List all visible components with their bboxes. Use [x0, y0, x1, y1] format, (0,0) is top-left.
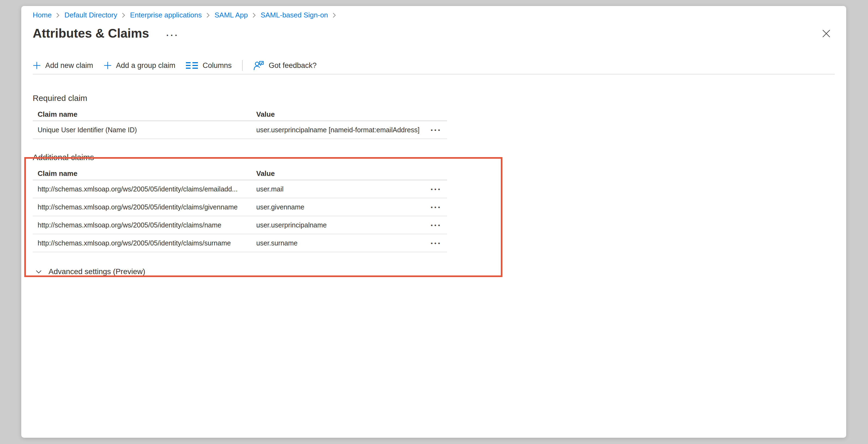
claim-name-cell: http://schemas.xmlsoap.org/ws/2005/05/id… [33, 203, 256, 211]
add-new-claim-button[interactable]: Add new claim [33, 61, 93, 70]
page-title: Attributes & Claims [33, 26, 149, 41]
claim-value-cell: user.mail [256, 185, 425, 193]
value-column-header: Value [256, 110, 425, 119]
columns-button[interactable]: Columns [186, 61, 232, 70]
claim-value-cell: user.givenname [256, 203, 425, 211]
required-claim-heading: Required claim [33, 93, 835, 103]
value-column-header: Value [256, 169, 425, 178]
additional-claims-section: Additional claims Claim name Value http:… [33, 152, 835, 252]
row-more-button[interactable]: ••• [430, 204, 443, 211]
breadcrumb-enterprise-applications[interactable]: Enterprise applications [130, 11, 202, 19]
got-feedback-label: Got feedback? [269, 61, 317, 70]
claim-value-cell: user.surname [256, 239, 425, 247]
row-more-button[interactable]: ••• [430, 126, 443, 134]
chevron-right-icon [332, 12, 336, 19]
columns-icon [186, 61, 198, 69]
feedback-icon [253, 60, 265, 71]
add-new-claim-label: Add new claim [45, 61, 93, 70]
breadcrumb: Home Default Directory Enterprise applic… [33, 6, 835, 19]
close-icon [822, 29, 831, 38]
additional-claims-table: Claim name Value http://schemas.xmlsoap.… [33, 169, 447, 252]
more-options-button[interactable]: ••• [165, 33, 181, 38]
row-more-button[interactable]: ••• [430, 222, 443, 229]
claim-name-cell: http://schemas.xmlsoap.org/ws/2005/05/id… [33, 239, 256, 247]
close-button[interactable] [820, 27, 833, 40]
chevron-right-icon [206, 12, 210, 19]
table-row[interactable]: http://schemas.xmlsoap.org/ws/2005/05/id… [33, 234, 447, 252]
claim-name-column-header: Claim name [33, 169, 256, 178]
row-more-button[interactable]: ••• [430, 240, 443, 246]
table-row[interactable]: http://schemas.xmlsoap.org/ws/2005/05/id… [33, 180, 447, 198]
breadcrumb-saml-app[interactable]: SAML App [215, 11, 248, 19]
plus-icon [33, 61, 41, 69]
chevron-right-icon [56, 12, 60, 19]
additional-claims-heading: Additional claims [33, 152, 835, 162]
claim-name-cell: http://schemas.xmlsoap.org/ws/2005/05/id… [33, 185, 256, 193]
advanced-settings-label: Advanced settings (Preview) [49, 267, 145, 276]
add-group-claim-label: Add a group claim [116, 61, 176, 70]
toolbar-rule [33, 74, 835, 75]
table-header-row: Claim name Value [33, 169, 447, 180]
title-row: Attributes & Claims ••• [33, 26, 835, 41]
attributes-claims-panel: Home Default Directory Enterprise applic… [21, 6, 846, 438]
claim-name-column-header: Claim name [33, 110, 256, 119]
command-bar: Add new claim Add a group claim [33, 58, 835, 73]
table-row[interactable]: http://schemas.xmlsoap.org/ws/2005/05/id… [33, 216, 447, 234]
claim-value-cell: user.userprincipalname [nameid-format:em… [256, 126, 425, 134]
table-row[interactable]: Unique User Identifier (Name ID) user.us… [33, 121, 447, 139]
toolbar-divider [242, 60, 243, 71]
required-claim-table: Claim name Value Unique User Identifier … [33, 110, 447, 139]
claim-value-cell: user.userprincipalname [256, 221, 425, 229]
table-header-row: Claim name Value [33, 110, 447, 121]
table-row[interactable]: http://schemas.xmlsoap.org/ws/2005/05/id… [33, 198, 447, 216]
claim-name-cell: Unique User Identifier (Name ID) [33, 126, 256, 134]
chevron-right-icon [252, 12, 256, 19]
chevron-right-icon [122, 12, 126, 19]
got-feedback-button[interactable]: Got feedback? [253, 60, 317, 71]
desktop-background: { "breadcrumb": { "items": ["Home", "Def… [0, 0, 868, 444]
columns-label: Columns [203, 61, 232, 70]
chevron-down-icon [35, 268, 42, 275]
breadcrumb-saml-based-sign-on[interactable]: SAML-based Sign-on [260, 11, 328, 19]
add-group-claim-button[interactable]: Add a group claim [103, 61, 176, 70]
row-more-button[interactable]: ••• [430, 186, 443, 193]
breadcrumb-home[interactable]: Home [33, 11, 52, 19]
plus-icon [103, 61, 112, 69]
advanced-settings-toggle[interactable]: Advanced settings (Preview) [33, 266, 145, 277]
claim-name-cell: http://schemas.xmlsoap.org/ws/2005/05/id… [33, 221, 256, 229]
breadcrumb-default-directory[interactable]: Default Directory [64, 11, 117, 19]
